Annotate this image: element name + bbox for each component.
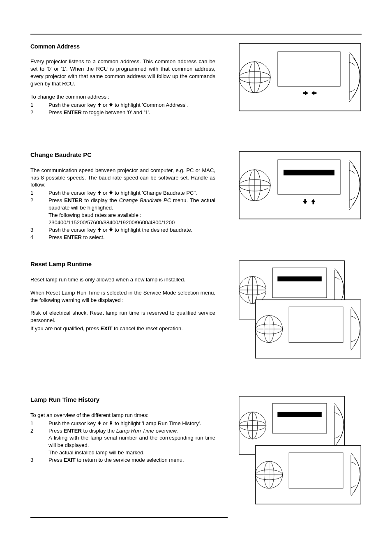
arrow-down-icon xyxy=(109,227,113,232)
para: Every projector listens to a common addr… xyxy=(30,58,215,88)
step-text: Press ENTER to display the Lamp Run Time… xyxy=(48,427,215,457)
figure-change-baudrate xyxy=(238,151,362,220)
section-reset-lamp-runtime: Reset Lamp Runtime Reset lamp run time i… xyxy=(30,260,362,367)
section-lamp-history: Lamp Run Time History To get an overview… xyxy=(30,396,362,519)
para: The communication speed between projecto… xyxy=(30,167,215,189)
heading-lamp-history: Lamp Run Time History xyxy=(30,396,215,404)
step-text: Press ENTER to display the Change Baudra… xyxy=(48,197,215,226)
step-text: Push the cursor key or to highlight the … xyxy=(48,226,215,234)
arrow-up-icon xyxy=(97,190,101,195)
step-number: 1 xyxy=(30,420,48,427)
step-text: Push the cursor key or to highlight 'Cha… xyxy=(48,189,215,197)
step-text: Press EXIT to return to the service mode… xyxy=(48,456,215,464)
bottom-rule xyxy=(30,517,228,518)
step-number: 2 xyxy=(30,109,48,116)
para: To get an overview of the different lamp… xyxy=(30,412,215,419)
section-change-baudrate: Change Baudrate PC The communication spe… xyxy=(30,151,362,247)
arrow-up-icon xyxy=(97,421,101,426)
step-number: 3 xyxy=(30,456,48,464)
step-number: 2 xyxy=(30,427,48,435)
heading-reset-lamp-runtime: Reset Lamp Runtime xyxy=(30,260,215,269)
top-rule xyxy=(30,34,362,35)
step-number: 4 xyxy=(30,234,48,241)
section-common-address: Common Address Every projector listens t… xyxy=(30,43,362,122)
heading-common-address: Common Address xyxy=(30,43,215,51)
arrow-up-icon xyxy=(97,227,101,232)
para: If you are not qualified, press EXIT to … xyxy=(30,325,215,332)
para: Reset lamp run time is only allowed when… xyxy=(30,276,215,283)
step-number: 2 xyxy=(30,197,48,204)
step-number: 3 xyxy=(30,226,48,234)
para: When Reset Lamp Run Time is selected in … xyxy=(30,289,215,304)
step-number: 1 xyxy=(30,101,48,109)
step

-text: Press ENTER to select. xyxy=(48,234,215,241)
figure-common-address xyxy=(238,43,362,112)
step-text: Push the cursor key or to highlight 'Com… xyxy=(48,101,215,109)
para: Risk of electrical shock. Reset lamp run… xyxy=(30,309,215,324)
arrow-down-icon xyxy=(109,190,113,195)
step-text: Push the cursor key or to highlight 'Lam… xyxy=(48,420,215,427)
arrow-down-icon xyxy=(109,102,113,107)
step-text: Press ENTER to toggle between '0' and '1… xyxy=(48,109,215,116)
figure-reset-lamp-runtime xyxy=(238,260,362,367)
step-number: 1 xyxy=(30,189,48,197)
arrow-down-icon xyxy=(109,421,113,426)
figure-lamp-history xyxy=(238,396,362,519)
arrow-up-icon xyxy=(97,102,101,107)
heading-change-baudrate: Change Baudrate PC xyxy=(30,151,215,159)
para: To change the common address : xyxy=(30,93,215,101)
